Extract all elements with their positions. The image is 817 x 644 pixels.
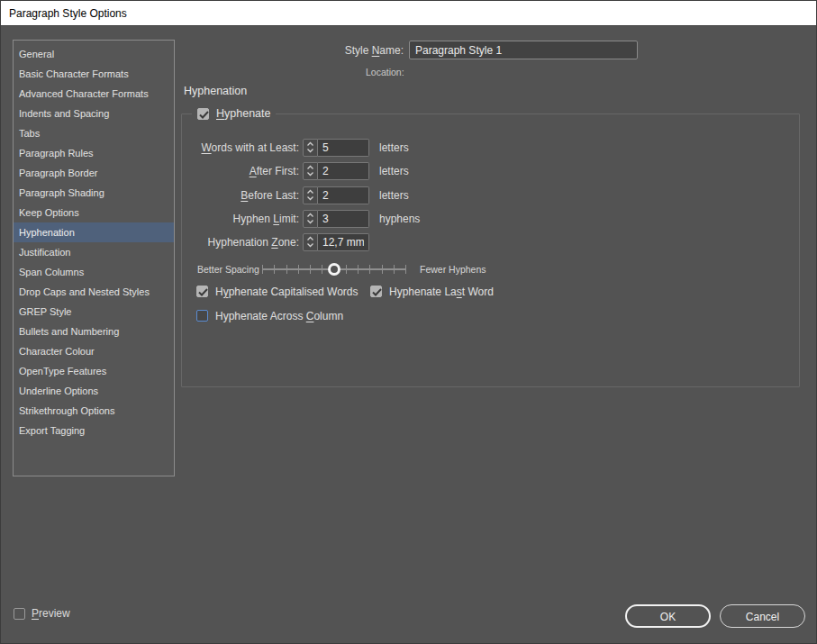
preview-label[interactable]: Preview <box>32 607 70 620</box>
sidebar-item-grep-style[interactable]: GREP Style <box>14 302 174 322</box>
hyphenation-slider-track[interactable] <box>262 262 406 277</box>
sidebar-item-strikethrough-options[interactable]: Strikethrough Options <box>14 401 174 421</box>
hyphenate-legend-label[interactable]: Hyphenate <box>216 107 270 120</box>
hyphenation-zone-input[interactable] <box>318 233 369 251</box>
dialog-title: Paragraph Style Options <box>9 7 127 20</box>
sidebar-item-opentype-features[interactable]: OpenType Features <box>14 361 174 381</box>
slider-left-label: Better Spacing <box>197 264 259 275</box>
hyphenate-capitalised-words-checkbox[interactable] <box>196 286 208 297</box>
before-last-input[interactable] <box>318 186 369 204</box>
before-last-label: Before Last: <box>182 189 299 202</box>
stepper-chevrons-icon <box>306 212 314 225</box>
stepper-chevrons-icon <box>306 164 314 177</box>
style-name-label: Style Name: <box>271 44 404 57</box>
check-icon <box>198 288 208 296</box>
stepper-chevrons-icon <box>306 141 314 154</box>
sidebar-item-drop-caps-and-nested-styles[interactable]: Drop Caps and Nested Styles <box>14 282 174 302</box>
hyphenate-group: Hyphenate Words with at Least: letters A… <box>181 107 800 387</box>
sidebar-item-tabs[interactable]: Tabs <box>14 123 174 143</box>
style-name-input[interactable] <box>409 41 638 59</box>
after-first-label: After First: <box>182 165 299 177</box>
field-row-after-first: After First: letters <box>182 161 409 180</box>
sidebar-item-paragraph-shading[interactable]: Paragraph Shading <box>14 183 174 203</box>
hyphenate-last-word-option[interactable]: Hyphenate Last Word <box>370 285 494 298</box>
sidebar-item-character-colour[interactable]: Character Colour <box>14 341 174 361</box>
title-bar: Paragraph Style Options <box>1 1 816 26</box>
slider-right-label: Fewer Hyphens <box>420 264 486 275</box>
sidebar-item-keep-options[interactable]: Keep Options <box>14 203 174 222</box>
sidebar-item-justification[interactable]: Justification <box>14 242 174 262</box>
sidebar-item-bullets-and-numbering[interactable]: Bullets and Numbering <box>14 322 174 341</box>
stepper-hyphenation-zone[interactable] <box>303 233 318 251</box>
hyphenate-last-word-label[interactable]: Hyphenate Last Word <box>389 286 494 298</box>
sidebar-item-advanced-character-formats[interactable]: Advanced Character Formats <box>14 84 174 104</box>
hyphen-limit-input[interactable] <box>318 210 369 228</box>
hyphenate-across-column-option[interactable]: Hyphenate Across Column <box>196 309 343 322</box>
field-row-hyphenation-zone: Hyphenation Zone: <box>182 232 379 251</box>
sidebar-item-underline-options[interactable]: Underline Options <box>14 381 174 401</box>
before-last-suffix: letters <box>379 189 409 202</box>
paragraph-style-options-dialog: Paragraph Style Options General Basic Ch… <box>0 0 817 644</box>
sidebar-item-paragraph-border[interactable]: Paragraph Border <box>14 163 174 183</box>
hyphenate-capitalised-words-label[interactable]: Hyphenate Capitalised Words <box>215 286 359 298</box>
panel-title: Hyphenation <box>184 85 247 97</box>
hyphen-limit-suffix: hyphens <box>379 213 420 225</box>
preview-option[interactable]: Preview <box>14 607 70 620</box>
sidebar-item-paragraph-rules[interactable]: Paragraph Rules <box>14 143 174 163</box>
hyphenate-across-column-checkbox[interactable] <box>196 310 208 322</box>
sidebar-item-general[interactable]: General <box>14 44 174 64</box>
sidebar-item-export-tagging[interactable]: Export Tagging <box>14 421 174 440</box>
words-with-at-least-input[interactable] <box>318 139 369 157</box>
hyphenate-last-word-checkbox[interactable] <box>370 286 382 297</box>
sidebar: General Basic Character Formats Advanced… <box>13 40 175 476</box>
hyphenate-checkbox[interactable] <box>197 108 209 120</box>
sidebar-item-span-columns[interactable]: Span Columns <box>14 262 174 282</box>
slider-thumb[interactable] <box>328 263 340 276</box>
after-first-input[interactable] <box>318 162 369 180</box>
hyphenate-capitalised-words-option[interactable]: Hyphenate Capitalised Words <box>196 285 359 298</box>
sidebar-item-hyphenation[interactable]: Hyphenation <box>14 222 174 242</box>
hyphen-limit-label: Hyphen Limit: <box>182 213 299 225</box>
hyphenation-slider-row: Better Spacing Fewer Hyphens <box>182 262 799 277</box>
stepper-before-last[interactable] <box>303 186 318 204</box>
cancel-button[interactable]: Cancel <box>720 604 805 628</box>
hyphenate-legend: Hyphenate <box>192 107 276 120</box>
hyphenation-zone-label: Hyphenation Zone: <box>182 236 299 249</box>
stepper-chevrons-icon <box>306 188 314 202</box>
stepper-hyphen-limit[interactable] <box>303 210 318 228</box>
after-first-suffix: letters <box>379 165 409 177</box>
preview-checkbox[interactable] <box>14 608 25 620</box>
stepper-chevrons-icon <box>306 235 314 249</box>
stepper-after-first[interactable] <box>303 162 318 180</box>
sidebar-item-basic-character-formats[interactable]: Basic Character Formats <box>14 64 174 84</box>
ok-button[interactable]: OK <box>625 604 711 628</box>
field-row-words-with-at-least: Words with at Least: letters <box>182 138 409 157</box>
check-icon <box>199 111 209 119</box>
field-row-hyphen-limit: Hyphen Limit: hyphens <box>182 209 420 228</box>
words-with-at-least-label: Words with at Least: <box>182 141 299 154</box>
hyphenate-across-column-label[interactable]: Hyphenate Across Column <box>215 310 343 322</box>
check-icon <box>372 288 382 296</box>
stepper-words-with-at-least[interactable] <box>303 139 318 157</box>
field-row-before-last: Before Last: letters <box>182 186 409 204</box>
words-with-at-least-suffix: letters <box>379 141 409 154</box>
sidebar-item-indents-and-spacing[interactable]: Indents and Spacing <box>14 104 174 123</box>
location-label: Location: <box>366 67 404 77</box>
